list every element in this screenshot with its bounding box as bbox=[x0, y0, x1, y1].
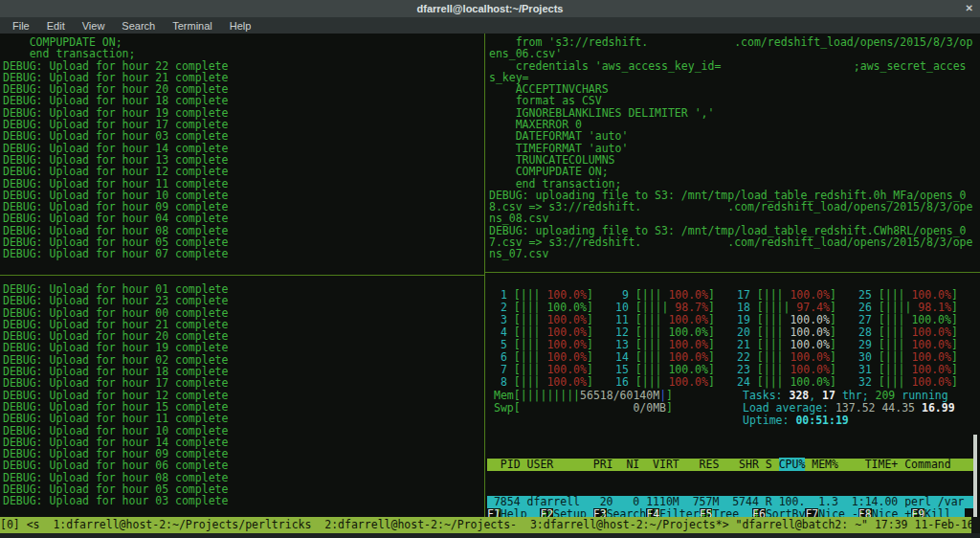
text-segment: 56518/60140M bbox=[580, 389, 659, 402]
text-segment: 137.52 bbox=[835, 401, 881, 415]
pane-upload-log-bottom[interactable]: DEBUG: Upload for hour 01 completeDEBUG:… bbox=[3, 283, 481, 507]
log-line: ns_08.csv bbox=[489, 213, 977, 224]
log-line: credentials 'aws_access_key_id= ;aws_sec… bbox=[489, 60, 977, 72]
log-line: DATEFORMAT 'auto' bbox=[489, 130, 977, 142]
screen-status-bar: [0] <s 1:dfarrell@host-2:~/Projects/perl… bbox=[0, 517, 980, 533]
text-segment: [ bbox=[514, 389, 521, 402]
window-bottom-edge bbox=[0, 533, 980, 538]
log-line: ens_06.csv' bbox=[489, 48, 977, 59]
text-segment: ||||||||| bbox=[521, 389, 580, 402]
text-segment: Load average: bbox=[743, 401, 835, 415]
text-segment: Uptime: bbox=[743, 414, 795, 427]
close-icon[interactable]: ✕ bbox=[966, 2, 973, 15]
log-line: end transaction; bbox=[489, 178, 977, 190]
text-segment: Swp bbox=[494, 401, 514, 415]
menu-edit[interactable]: Edit bbox=[38, 20, 74, 32]
text-segment: 44.35 bbox=[881, 401, 922, 415]
log-line: DEBUG: Upload for hour 03 complete bbox=[3, 495, 481, 506]
htop-uptime: Uptime: 00:51:19 bbox=[743, 415, 849, 427]
terminal-window: dfarrell@localhost:~/Projects ✕ FileEdit… bbox=[0, 0, 980, 538]
menu-bar: FileEditViewSearchTerminalHelp bbox=[0, 17, 980, 34]
pane-upload-log-top[interactable]: COMPUPDATE ON; end transaction;DEBUG: Up… bbox=[3, 36, 481, 260]
window-titlebar: dfarrell@localhost:~/Projects ✕ bbox=[0, 0, 980, 17]
screen-window-list: [0] <s 1:dfarrell@host-2:~/Projects/perl… bbox=[0, 518, 974, 531]
htop-swap-bar: Swp[ 0/0MB] bbox=[494, 402, 673, 415]
log-line: 7.csv => s3://redshift. .com/redshift_lo… bbox=[489, 236, 977, 248]
text-segment: 00:51:19 bbox=[795, 414, 848, 427]
text-segment: Tasks: bbox=[743, 389, 789, 402]
text-segment: [ bbox=[514, 401, 521, 415]
menu-terminal[interactable]: Terminal bbox=[164, 20, 221, 32]
text-segment: 0/0MB bbox=[633, 401, 666, 415]
log-line: DEBUG: Upload for hour 18 complete bbox=[3, 95, 481, 106]
header-columns-left: PID USER PRI NI VIRT RES SHR S bbox=[487, 458, 779, 471]
header-columns-right: MEM% TIME+ Command bbox=[805, 458, 950, 471]
htop-cpu-meters: 1 [||| 100.0%] 9 [||| 100.0%]17 [||| 100… bbox=[494, 289, 980, 389]
text-segment: ] bbox=[666, 389, 673, 402]
pane-divider-vertical bbox=[484, 34, 485, 517]
text-segment: ] bbox=[666, 401, 673, 415]
log-line: DEBUG: Upload for hour 19 complete bbox=[3, 342, 481, 353]
text-segment: running bbox=[895, 389, 947, 402]
log-line: format as CSV bbox=[489, 95, 977, 106]
log-line: DEBUG: Upload for hour 23 complete bbox=[3, 295, 481, 306]
status-bar-end-cap bbox=[971, 517, 980, 533]
text-segment: 17 bbox=[822, 389, 835, 402]
text-segment: , bbox=[809, 389, 822, 402]
cpu-meter-24: 24 [||| 100.0%] bbox=[737, 376, 858, 389]
text-segment: thr; bbox=[835, 389, 876, 402]
log-line: 8.csv => s3://redshift. .com/redshift_lo… bbox=[489, 201, 977, 213]
log-line: DEBUG: Upload for hour 11 complete bbox=[3, 178, 481, 190]
text-segment: 328 bbox=[789, 389, 809, 402]
text-segment: 209 bbox=[876, 389, 896, 402]
window-title: dfarrell@localhost:~/Projects bbox=[417, 3, 564, 14]
log-line: from 's3://redshift. .com/redshift_load/… bbox=[489, 36, 977, 48]
scrollbar-thumb[interactable] bbox=[973, 435, 977, 521]
log-line: DEBUG: Upload for hour 11 complete bbox=[3, 413, 481, 424]
log-line: DEBUG: Upload for hour 06 complete bbox=[3, 460, 481, 471]
log-line: end transaction; bbox=[3, 48, 481, 59]
menu-help[interactable]: Help bbox=[221, 20, 260, 32]
header-sort-column-cpu[interactable]: CPU% bbox=[779, 458, 806, 471]
cpu-meter-8: 8 [||| 100.0%] bbox=[494, 376, 615, 389]
log-line: COMPUPDATE ON; bbox=[489, 166, 977, 177]
menu-view[interactable]: View bbox=[74, 20, 114, 32]
text-segment: Mem bbox=[494, 389, 514, 402]
pane-divider-horizontal-right bbox=[485, 272, 980, 273]
log-line: ns_07.csv bbox=[489, 248, 977, 259]
text-segment bbox=[521, 401, 634, 415]
text-segment: 16.99 bbox=[922, 401, 955, 415]
log-line: DEBUG: Upload for hour 03 complete bbox=[3, 130, 481, 142]
log-line: DEBUG: Upload for hour 12 complete bbox=[3, 166, 481, 177]
pane-divider-horizontal-left bbox=[0, 275, 484, 276]
log-line: DEBUG: Upload for hour 04 complete bbox=[3, 213, 481, 224]
menu-search[interactable]: Search bbox=[113, 20, 164, 32]
log-line: DEBUG: Upload for hour 10 complete bbox=[3, 425, 481, 437]
log-line: DEBUG: Upload for hour 17 complete bbox=[3, 377, 481, 389]
menu-file[interactable]: File bbox=[4, 20, 38, 32]
pane-redshift-sql[interactable]: from 's3://redshift. .com/redshift_load/… bbox=[489, 36, 977, 260]
cpu-meter-32: 32 [||| 100.0%] bbox=[858, 376, 980, 389]
process-table-header[interactable]: PID USER PRI NI VIRT RES SHR S CPU% MEM%… bbox=[487, 459, 973, 471]
log-line: DEBUG: Upload for hour 07 complete bbox=[3, 248, 481, 259]
cpu-meter-16: 16 [||| 100.0%] bbox=[615, 376, 737, 389]
